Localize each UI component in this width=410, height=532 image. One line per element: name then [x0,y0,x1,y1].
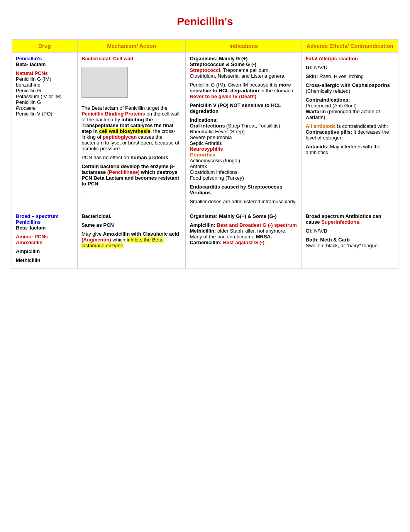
header-drug: Drug [12,40,78,53]
indications-cell-1: Organisms: Mainly G (+) Streptococcus & … [186,53,302,210]
mechanism-cell-2: Bactericidal. Same as PCN May give Amoxi… [78,210,186,269]
header-adverse: Adverse Effects/ Contraindication [302,40,398,53]
drug-cell-1: Penicillin's Beta- lactam Natural PCNs P… [12,53,78,210]
mechanism-cell-1: Bactericidal: Cell wall The Beta lactam … [78,53,186,210]
adverse-cell-1: Fatal Allergic reaction GI: N/V/D Skin: … [302,53,398,210]
drug-cell-2: Broad – spectrum Penicillins Beta- lacta… [12,210,78,269]
drug-name-penicillins: Penicillin's [16,56,42,61]
drug-name-broad: Broad – spectrum Penicillins [16,213,59,225]
header-mechanism: Mechanism/ Action [78,40,186,53]
drug-category: Natural PCNs [16,70,48,76]
adverse-cell-2: Broad spectrum Antibiotics can cause Sup… [302,210,398,269]
header-indications: Indications [186,40,302,53]
table-row: Penicillin's Beta- lactam Natural PCNs P… [12,53,398,210]
diagram-placeholder [81,67,128,98]
fatal-allergic: Fatal Allergic reaction [306,56,358,61]
mech-header: Bactericidal: Cell wall [81,56,133,61]
drug-sublabel: Beta- lactam [16,61,46,67]
indications-cell-2: Organisms: Mainly G(+) & Some (G-) Ampic… [186,210,302,269]
main-table: Drug Mechanism/ Action Indications Adver… [12,39,398,269]
page-title: Penicillin's [12,15,398,28]
table-row: Broad – spectrum Penicillins Beta- lacta… [12,210,398,269]
